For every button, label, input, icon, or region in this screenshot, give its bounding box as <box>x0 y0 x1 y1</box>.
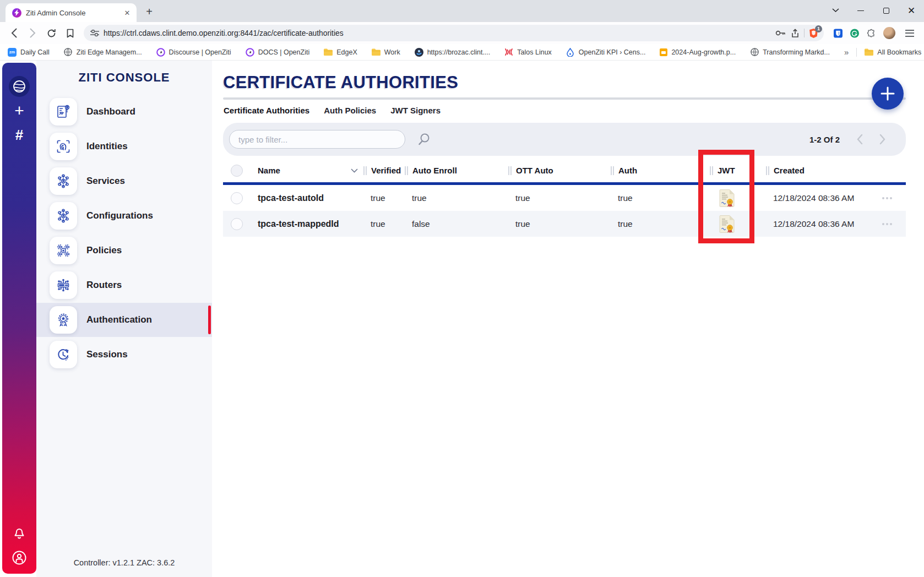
clock-icon <box>50 341 77 368</box>
site-settings-icon[interactable] <box>90 29 99 37</box>
column-auto-enroll[interactable]: Auto Enroll <box>405 166 508 175</box>
bookmark-aug-growth[interactable]: 2024-Aug-growth.p... <box>660 48 736 56</box>
extensions-puzzle-icon[interactable] <box>867 29 876 37</box>
tab-jwt-signers[interactable]: JWT Signers <box>390 106 441 115</box>
column-auth[interactable]: Auth <box>611 166 710 175</box>
page-title: CERTIFICATE AUTHORITIES <box>223 73 458 92</box>
sidebar-item-authentication[interactable]: Authentication <box>36 303 212 337</box>
sidebar-item-policies[interactable]: Policies <box>36 233 212 268</box>
select-all-checkbox[interactable] <box>231 165 243 177</box>
address-bar[interactable]: https://ctrl.cdaws.clint.demo.openziti.o… <box>84 25 824 41</box>
share-icon[interactable] <box>791 29 800 38</box>
sidebar-item-label: Identities <box>86 141 128 152</box>
sidebar-item-label: Routers <box>86 280 122 291</box>
row-actions-icon[interactable] <box>879 223 906 225</box>
tab-title: Ziti Admin Console <box>26 9 122 17</box>
tab-close-icon[interactable]: ✕ <box>122 8 132 18</box>
row-checkbox[interactable] <box>231 218 243 230</box>
ca-name[interactable]: tpca-test-autoId <box>251 193 363 203</box>
network-icon <box>50 167 77 195</box>
sidebar-item-identities[interactable]: Identities <box>36 129 212 164</box>
browser-tab[interactable]: Ziti Admin Console ✕ <box>6 3 137 22</box>
rail-add-icon[interactable]: + <box>2 101 36 120</box>
table-row[interactable]: tpca-test-autoId true true true true 12/… <box>223 185 906 211</box>
table-row[interactable]: tpca-test-mappedId true false true true … <box>223 211 906 237</box>
section-tabs: Certificate Authorities Auth Policies JW… <box>224 106 441 115</box>
brave-shield-icon[interactable]: 1 <box>809 28 818 39</box>
bookmark-brozac[interactable]: https://brozac.clint.... <box>415 48 491 57</box>
bookmark-discourse[interactable]: Discourse | OpenZiti <box>156 48 231 57</box>
network-icon <box>50 202 77 230</box>
sidebar-item-label: Dashboard <box>86 106 135 117</box>
bookmark-ziti-edge[interactable]: Ziti Edge Managem... <box>64 48 142 57</box>
bookmark-talos[interactable]: Talos Linux <box>504 48 552 57</box>
ziti-logo-icon[interactable] <box>9 76 30 97</box>
rail-hash-icon[interactable]: # <box>2 127 36 144</box>
notifications-bell-icon[interactable] <box>2 525 36 541</box>
openziti-ring-icon <box>246 48 254 57</box>
sidebar-item-label: Configurations <box>86 210 153 221</box>
tab-auth-policies[interactable]: Auth Policies <box>324 106 376 115</box>
ca-name[interactable]: tpca-test-mappedId <box>251 219 363 229</box>
certificate-icon <box>719 215 735 233</box>
tab-certificate-authorities[interactable]: Certificate Authorities <box>224 106 309 115</box>
folder-icon <box>324 48 333 57</box>
page-prev-icon[interactable] <box>856 134 863 145</box>
bookmark-openziti-kpi[interactable]: OpenZiti KPI › Cens... <box>566 48 646 57</box>
reload-icon[interactable] <box>43 25 59 41</box>
gradient-rail: + # <box>2 63 36 574</box>
bookmarks-overflow-icon[interactable]: » <box>844 47 849 57</box>
filter-input[interactable] <box>229 130 405 149</box>
back-icon[interactable] <box>6 25 22 41</box>
bookmark-work-folder[interactable]: Work <box>372 48 400 57</box>
new-tab-button[interactable]: + <box>141 3 157 20</box>
verified-value: true <box>363 193 405 203</box>
pagination-label: 1-2 Of 2 <box>809 135 840 144</box>
sidebar-item-dashboard[interactable]: Dashboard <box>36 95 212 129</box>
maximize-button[interactable] <box>873 0 899 21</box>
profile-avatar[interactable] <box>883 27 895 39</box>
forward-icon[interactable] <box>24 25 41 41</box>
column-verified[interactable]: Verified <box>363 166 405 175</box>
page-next-icon[interactable] <box>879 134 886 145</box>
bookmark-edgex-folder[interactable]: EdgeX <box>324 48 357 57</box>
window-close-button[interactable]: ✕ <box>899 0 924 21</box>
row-checkbox[interactable] <box>231 192 243 204</box>
bookmark-transforming[interactable]: Transforming Markd... <box>750 48 830 57</box>
url-text[interactable]: https://ctrl.cdaws.clint.demo.openziti.o… <box>104 29 771 37</box>
profile-icon[interactable] <box>2 549 36 566</box>
column-created[interactable]: Created <box>766 166 879 175</box>
bookmark-icon[interactable] <box>62 25 78 41</box>
sidebar-item-services[interactable]: Services <box>36 164 212 198</box>
minimize-button[interactable] <box>848 0 873 21</box>
bitwarden-extension-icon[interactable] <box>834 29 843 37</box>
sidebar-item-label: Authentication <box>86 314 152 325</box>
ott-auto-value: true <box>508 193 611 203</box>
browser-toolbar: https://ctrl.cdaws.clint.demo.openziti.o… <box>0 22 924 44</box>
sort-chevron-icon[interactable] <box>351 168 358 173</box>
bookmark-daily-call[interactable]: zm Daily Call <box>8 48 50 57</box>
browser-menu-icon[interactable] <box>903 30 914 37</box>
row-actions-icon[interactable] <box>879 197 906 199</box>
jwt-cell[interactable] <box>710 215 766 233</box>
bookmark-docs[interactable]: DOCS | OpenZiti <box>246 48 310 57</box>
sidebar-item-configurations[interactable]: Configurations <box>36 199 212 233</box>
auth-value: true <box>611 219 710 229</box>
sidebar-item-sessions[interactable]: Sessions <box>36 338 212 372</box>
brozac-icon <box>415 48 423 57</box>
column-name[interactable]: Name <box>251 166 363 175</box>
column-jwt[interactable]: JWT <box>710 166 766 175</box>
jwt-cell[interactable] <box>710 189 766 208</box>
grammarly-extension-icon[interactable] <box>850 29 859 37</box>
tab-search-chevron-icon[interactable] <box>823 0 848 21</box>
globe-icon <box>750 48 759 57</box>
password-key-icon[interactable] <box>775 30 786 36</box>
search-icon[interactable] <box>417 132 431 149</box>
all-bookmarks-button[interactable]: All Bookmarks <box>865 48 921 57</box>
badge-icon <box>50 306 77 334</box>
sidebar-item-label: Sessions <box>86 349 128 360</box>
column-ott-auto[interactable]: OTT Auto <box>508 166 611 175</box>
add-certificate-authority-button[interactable] <box>872 78 904 110</box>
bookmarks-bar: zm Daily Call Ziti Edge Managem... Disco… <box>0 44 924 61</box>
sidebar-item-routers[interactable]: Routers <box>36 268 212 302</box>
